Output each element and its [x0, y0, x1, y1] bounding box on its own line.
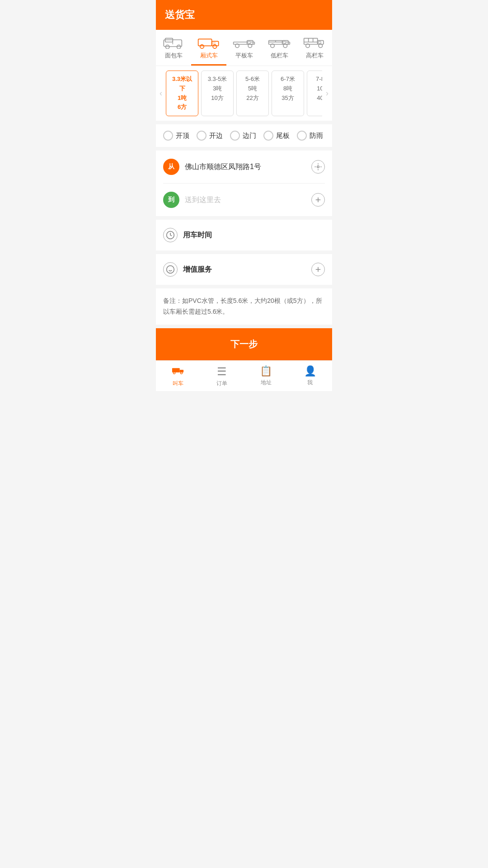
size-item-2[interactable]: 5-6米 5吨 22方 [236, 71, 269, 116]
to-row[interactable]: 到 送到这里去 [163, 184, 325, 216]
service-section: 增值服务 [156, 254, 332, 288]
svg-point-48 [181, 372, 182, 373]
tab-highrail-label: 高栏车 [306, 52, 324, 60]
note-text: 备注：如PVC水管，长度5.6米，大约20根（或5方），所以车厢长需超过5.6米… [163, 296, 325, 317]
tab-flatbed-label: 平板车 [235, 52, 253, 60]
svg-point-38 [167, 266, 174, 274]
size-list: 3.3米以下 1吨 6方 3.3-5米 3吨 10方 5-6米 5吨 22方 6… [166, 71, 322, 116]
radio-kaibian[interactable] [197, 131, 206, 141]
svg-point-8 [200, 45, 204, 48]
size-item-4[interactable]: 7-8米 10吨 40方 [307, 71, 322, 116]
from-address: 佛山市顺德区凤翔路1号 [185, 162, 306, 172]
smile-icon [163, 262, 178, 277]
tab-box-label: 厢式车 [200, 52, 218, 60]
tab-lowrail-label: 低栏车 [271, 52, 288, 60]
location-section: 从 佛山市顺德区凤翔路1号 到 送到这里去 [156, 151, 332, 220]
nav-me[interactable]: 👤 我 [288, 361, 333, 391]
size-prev-arrow[interactable]: ‹ [156, 89, 166, 98]
nav-orders-label: 订单 [216, 380, 227, 387]
service-row[interactable]: 增值服务 [156, 254, 332, 285]
tab-flatbed[interactable]: 平板车 [226, 30, 262, 66]
from-pin: 从 [163, 159, 179, 175]
me-icon: 👤 [304, 365, 316, 377]
tab-box[interactable]: 厢式车 [191, 30, 226, 66]
service-label: 增值服务 [183, 265, 306, 274]
option-kaidin-label: 开顶 [176, 132, 189, 140]
radio-kaidin[interactable] [163, 131, 173, 141]
note-section: 备注：如PVC水管，长度5.6米，大约20根（或5方），所以车厢长需超过5.6米… [156, 288, 332, 328]
header: 送货宝 [156, 0, 332, 30]
nav-call[interactable]: 叫车 [156, 361, 200, 391]
time-row[interactable]: 用车时间 [156, 220, 332, 250]
size-next-arrow[interactable]: › [322, 89, 332, 98]
app-title: 送货宝 [165, 9, 195, 20]
options-row: 开顶 开边 边门 尾板 防雨 [156, 124, 332, 151]
address-icon: 📋 [260, 365, 272, 377]
option-kaibian-label: 开边 [209, 132, 223, 140]
from-row[interactable]: 从 佛山市顺德区凤翔路1号 [163, 151, 325, 184]
option-weiban-label: 尾板 [276, 132, 290, 140]
svg-rect-24 [304, 42, 318, 44]
option-fangyu-label: 防雨 [310, 132, 323, 140]
vehicle-tabs: 面包车 厢式车 平板车 [156, 30, 332, 66]
svg-point-47 [174, 372, 175, 373]
svg-point-34 [317, 166, 319, 168]
nav-orders[interactable]: ☰ 订单 [200, 361, 244, 391]
radio-weiban[interactable] [263, 131, 273, 141]
option-bianmen[interactable]: 边门 [230, 131, 256, 141]
tab-van[interactable]: 面包车 [156, 30, 191, 66]
tab-lowrail[interactable]: 低栏车 [262, 30, 297, 66]
service-add-button[interactable] [311, 263, 325, 276]
time-label: 用车时间 [183, 231, 325, 240]
call-truck-icon [172, 365, 184, 378]
nav-address-label: 地址 [261, 379, 272, 387]
size-item-3[interactable]: 6-7米 8吨 35方 [272, 71, 304, 116]
svg-rect-5 [198, 39, 212, 46]
svg-rect-21 [283, 41, 286, 43]
from-location-button[interactable] [311, 160, 325, 174]
svg-point-9 [213, 45, 216, 48]
svg-rect-31 [318, 41, 321, 43]
to-add-button[interactable] [311, 193, 325, 207]
nav-address[interactable]: 📋 地址 [244, 361, 288, 391]
to-address-placeholder: 送到这里去 [185, 195, 306, 205]
option-kaibian[interactable]: 开边 [197, 131, 223, 141]
nav-call-label: 叫车 [173, 380, 183, 387]
svg-rect-12 [248, 41, 250, 43]
tab-highrail[interactable]: 高栏车 [297, 30, 332, 66]
size-section: ‹ 3.3米以下 1吨 6方 3.3-5米 3吨 10方 5-6米 5吨 22方… [156, 66, 332, 124]
bottom-nav: 叫车 ☰ 订单 📋 地址 👤 我 [156, 360, 332, 391]
option-bianmen-label: 边门 [243, 132, 256, 140]
radio-bianmen[interactable] [230, 131, 240, 141]
radio-fangyu[interactable] [297, 131, 307, 141]
time-section: 用车时间 [156, 220, 332, 254]
svg-rect-43 [172, 368, 180, 372]
option-kaidin[interactable]: 开顶 [163, 131, 189, 141]
size-item-0[interactable]: 3.3米以下 1吨 6方 [166, 71, 198, 116]
next-button[interactable]: 下一步 [156, 328, 332, 360]
tab-van-label: 面包车 [165, 52, 183, 60]
option-fangyu[interactable]: 防雨 [297, 131, 323, 141]
clock-icon [163, 228, 178, 242]
to-pin: 到 [163, 192, 179, 208]
orders-icon: ☰ [217, 365, 227, 378]
option-weiban[interactable]: 尾板 [263, 131, 290, 141]
svg-rect-7 [212, 42, 216, 45]
nav-me-label: 我 [307, 379, 313, 387]
size-item-1[interactable]: 3.3-5米 3吨 10方 [201, 71, 234, 116]
